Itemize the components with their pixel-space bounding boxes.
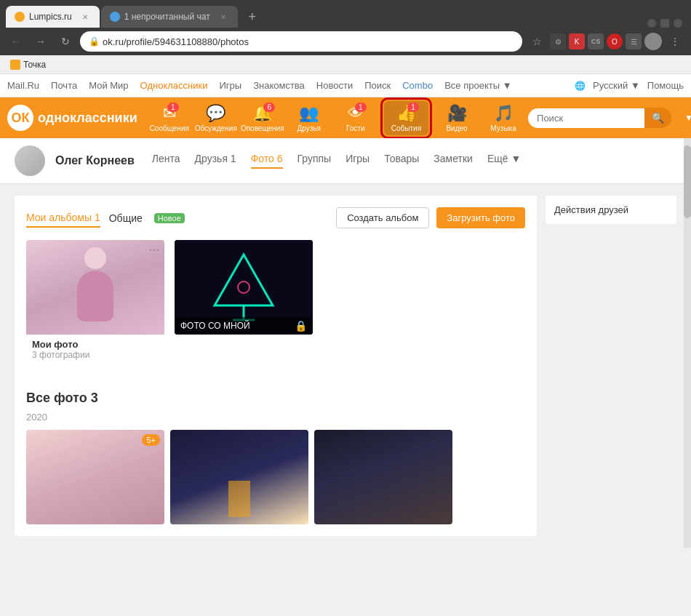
page-content: Mail.Ru Почта Мой Мир Одноклассники Игры… — [0, 74, 691, 616]
ok-nav-friends[interactable]: 👥 Друзья — [287, 101, 331, 135]
ok-nav-notifications[interactable]: 🔔 6 Оповещения — [241, 101, 284, 135]
bookmark-label: Точка — [23, 60, 46, 70]
ok-nav-guests[interactable]: 👁 1 Гости — [334, 101, 378, 135]
window-minimize[interactable] — [647, 19, 656, 28]
profile-section: Олег Корнеев Лента Друзья 1 Фото 6 Групп… — [0, 138, 691, 184]
profile-nav: Лента Друзья 1 Фото 6 Группы Игры Товары… — [152, 153, 521, 169]
address-text: ok.ru/profile/594631108880/photos — [103, 36, 249, 47]
all-photos-title: Все фото 3 — [26, 391, 525, 406]
topnav-mailru[interactable]: Mail.Ru — [7, 80, 39, 91]
bookmark-icon — [10, 60, 20, 70]
lock-icon-album: 🔒 — [295, 320, 307, 332]
album-photos-with-me[interactable]: ФОТО СО МНОЙ 🔒 — [175, 240, 313, 376]
topnav-znakomstva[interactable]: Знакомства — [253, 80, 305, 91]
extension-icon-cs[interactable]: CS — [588, 33, 604, 49]
extension-icon-2[interactable]: K — [569, 33, 585, 49]
ok-nav-video[interactable]: 🎥 Видео — [435, 101, 479, 135]
topnav-help[interactable]: Помощь — [647, 80, 684, 91]
ok-logo[interactable]: ОК одноклассники — [7, 105, 137, 131]
profile-nav-photo[interactable]: Фото 6 — [251, 153, 283, 169]
create-album-button[interactable]: Создать альбом — [336, 207, 429, 228]
tab-chat[interactable]: 1 непрочитанный чат ✕ — [101, 6, 238, 28]
ok-nav-messages[interactable]: ✉ 1 Сообщения — [148, 101, 191, 135]
city-building — [228, 481, 250, 517]
profile-nav-more[interactable]: Ещё ▼ — [487, 153, 521, 169]
events-badge: 1 — [407, 103, 419, 112]
topnav-right: 🌐 Русский ▼ Помощь — [575, 80, 684, 91]
window-maximize[interactable] — [660, 19, 669, 28]
search-input[interactable] — [528, 108, 644, 128]
notifications-icon: 🔔 6 — [252, 104, 272, 123]
bookmark-bar: Точка — [0, 55, 691, 74]
tab-shared[interactable]: Общие — [109, 209, 143, 227]
album-count: 3 фотографии — [32, 350, 159, 360]
tab-lumpics[interactable]: Lumpics.ru ✕ — [6, 6, 100, 28]
topnav-pochta[interactable]: Почта — [51, 80, 77, 91]
ok-nav-music[interactable]: 🎵 Музыка — [482, 101, 525, 135]
back-button[interactable]: ← — [6, 31, 26, 52]
bookmark-tochka[interactable]: Точка — [6, 58, 50, 71]
user-avatar-browser[interactable] — [644, 33, 662, 50]
profile-nav-goods[interactable]: Товары — [384, 153, 419, 169]
topnav-igry[interactable]: Игры — [219, 80, 241, 91]
topnav-vsepro[interactable]: Все проекты ▼ — [444, 80, 511, 91]
topnav-ok[interactable]: Одноклассники — [140, 80, 208, 91]
address-bar[interactable]: 🔒 ok.ru/profile/594631108880/photos — [80, 31, 522, 52]
user-menu-arrow[interactable]: ▼ — [684, 113, 691, 123]
search-button[interactable]: 🔍 — [644, 108, 671, 128]
tab-label-chat: 1 непрочитанный чат — [124, 12, 210, 22]
neon-martini-svg — [207, 247, 280, 327]
tab-favicon-lumpics — [15, 12, 25, 22]
new-tab-button[interactable]: + — [242, 7, 263, 27]
messages-label: Сообщения — [150, 124, 189, 132]
refresh-button[interactable]: ↻ — [55, 31, 76, 52]
album-tabs-row: Мои альбомы 1 Общие Новое Создать альбом… — [26, 207, 525, 228]
topnav-moimir[interactable]: Мой Мир — [89, 80, 128, 91]
tab-bar: Lumpics.ru ✕ 1 непрочитанный чат ✕ + — [0, 0, 691, 28]
bookmark-star[interactable]: ☆ — [527, 31, 547, 52]
profile-nav-notes[interactable]: Заметки — [434, 153, 473, 169]
album-info: Мои фото 3 фотографии — [26, 335, 164, 364]
tab-close-lumpics[interactable]: ✕ — [79, 11, 91, 23]
ok-logo-icon: ОК — [7, 105, 33, 131]
profile-nav-lenta[interactable]: Лента — [152, 153, 180, 169]
window-close[interactable] — [674, 19, 682, 28]
globe-icon: 🌐 — [575, 81, 586, 91]
album-my-photos[interactable]: ⋯ Мои фото 3 фотографии — [26, 240, 164, 364]
tab-close-chat[interactable]: ✕ — [217, 11, 229, 23]
photo-item-3[interactable] — [314, 430, 452, 524]
upload-photo-button[interactable]: Загрузить фото — [436, 207, 525, 228]
list-symbol: ☰ — [631, 38, 637, 46]
album-menu-icon[interactable]: ⋯ — [148, 243, 160, 257]
browser-menu-button[interactable]: ⋮ — [665, 31, 685, 52]
topnav-novosti[interactable]: Новости — [316, 80, 353, 91]
topnav-combo[interactable]: Combo — [402, 80, 433, 91]
sidebar-friends-actions: Действия друзей — [546, 196, 676, 224]
photo-item-2[interactable] — [170, 430, 308, 524]
svg-marker-0 — [215, 255, 273, 305]
photo-item-1[interactable]: 5+ — [26, 430, 164, 524]
photos-with-me-label: ФОТО СО МНОЙ 🔒 — [175, 317, 313, 335]
forward-button[interactable]: → — [31, 31, 51, 52]
photos-grid: 5+ — [26, 430, 525, 524]
scrollbar-thumb[interactable] — [684, 145, 691, 218]
friends-icon: 👥 — [299, 104, 319, 123]
topnav-lang[interactable]: Русский ▼ — [593, 80, 640, 91]
album-my-photos-thumb: ⋯ — [26, 240, 164, 335]
topnav-poisk[interactable]: Поиск — [364, 80, 391, 91]
main-area: Олег Корнеев Лента Друзья 1 Фото 6 Групп… — [0, 138, 691, 548]
extension-icon-list[interactable]: ☰ — [626, 33, 642, 49]
scrollbar-track[interactable] — [684, 138, 691, 548]
all-photos-section: Все фото 3 2020 5+ — [26, 391, 525, 524]
opera-icon[interactable]: O — [607, 33, 623, 49]
profile-nav-groups[interactable]: Группы — [297, 153, 332, 169]
body — [77, 271, 113, 321]
tab-my-albums[interactable]: Мои альбомы 1 — [26, 209, 100, 228]
ok-nav-discussions[interactable]: 💬 Обсуждения — [194, 101, 238, 135]
main-content-panel: Мои альбомы 1 Общие Новое Создать альбом… — [15, 196, 537, 536]
ok-nav-events[interactable]: 👍 1 События — [384, 101, 428, 135]
head — [84, 247, 106, 269]
extension-icon-1[interactable]: ⚙ — [550, 33, 566, 49]
profile-nav-friends[interactable]: Друзья 1 — [195, 153, 236, 169]
profile-nav-games[interactable]: Игры — [346, 153, 370, 169]
